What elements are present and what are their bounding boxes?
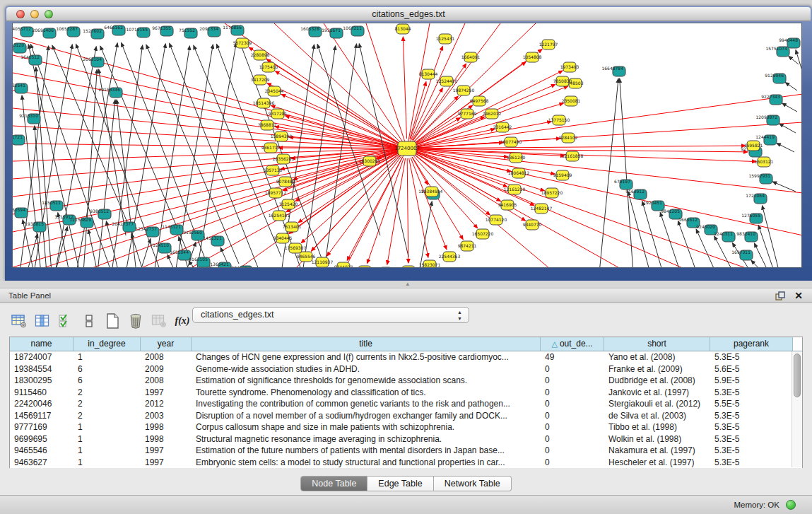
graph-node[interactable]: 1451321 (203, 235, 224, 246)
graph-node[interactable]: 1365421 (210, 262, 231, 267)
table-row[interactable]: 977716911998Corpus callosum shape and si… (10, 421, 802, 433)
table-cell[interactable]: 22420046 (10, 398, 73, 410)
table-cell[interactable]: Structural magnetic resonance image aver… (192, 433, 541, 445)
graph-node[interactable]: 15751074 (765, 46, 789, 57)
table-cell[interactable]: 0 (541, 421, 604, 433)
graph-node[interactable]: 9078487 (276, 177, 295, 187)
table-cell[interactable]: 1 (73, 433, 141, 445)
graph-node[interactable]: 8130444 (419, 69, 438, 79)
column-header-in_degree[interactable]: in_degree (73, 337, 141, 351)
table-cell[interactable]: 2008 (141, 351, 192, 363)
graph-node[interactable]: 1664091 (461, 52, 481, 62)
table-cell[interactable]: 5.3E-5 (710, 351, 793, 363)
graph-node[interactable]: 1697311 (731, 250, 753, 260)
table-cell[interactable]: 5.6E-5 (710, 363, 793, 375)
table-cell[interactable]: 1998 (141, 421, 192, 433)
graph-node[interactable]: 9317281 (269, 109, 288, 119)
table-cell[interactable]: Embryonic stem cells: a model to study s… (192, 457, 541, 469)
scrollbar-thumb[interactable] (794, 354, 801, 397)
table-cell[interactable]: 18724007 (10, 351, 73, 363)
graph-node[interactable]: 1935671 (322, 28, 343, 38)
table-cell[interactable]: 2 (73, 387, 141, 399)
citation-network-graph[interactable]: 1405571220691406106532871527602646616210… (13, 23, 801, 267)
graph-node[interactable]: 1651721 (13, 134, 25, 145)
table-cell[interactable]: 0 (541, 375, 604, 387)
table-cell[interactable]: 2 (73, 410, 141, 422)
table-cell[interactable]: 2009 (141, 363, 192, 375)
column-header-title[interactable]: title (192, 337, 541, 351)
select-rows-icon[interactable] (55, 311, 76, 331)
graph-node[interactable]: 15823071 (419, 260, 441, 267)
table-cell[interactable]: Disruption of a novel member of a sodium… (192, 410, 541, 422)
graph-node[interactable]: 16648784 (601, 66, 625, 76)
graph-node[interactable]: 22544363 (439, 252, 461, 262)
graph-node[interactable]: 2063104 (83, 57, 104, 67)
graph-node[interactable]: 12161858 (562, 151, 584, 161)
vertical-scrollbar[interactable] (792, 351, 802, 467)
table-settings-icon[interactable] (8, 311, 30, 331)
table-row[interactable]: 946554611997Estimation of the future num… (10, 445, 802, 457)
graph-node[interactable]: 1603121 (755, 157, 774, 167)
graph-node[interactable]: 2316442 (493, 122, 512, 132)
graph-node[interactable]: 12093872 (755, 115, 779, 125)
table-cell[interactable]: 2003 (141, 410, 192, 422)
graph-node[interactable]: 13775150 (548, 115, 570, 125)
graph-node[interactable]: 9159409 (553, 170, 572, 180)
table-cell[interactable]: Yano et al. (2008) (604, 351, 710, 363)
graph-node[interactable]: 16507220 (472, 229, 494, 239)
network-window-titlebar[interactable]: citations_edges.txt (6, 7, 811, 21)
graph-node[interactable]: 14636778 (354, 266, 376, 267)
table-cell[interactable]: 1998 (141, 433, 192, 445)
graph-node[interactable]: 12482147 (531, 204, 553, 214)
table-cell[interactable]: Tibbo et al. (1998) (604, 421, 710, 433)
float-panel-icon[interactable] (775, 291, 785, 301)
graph-node[interactable]: 7462012 (483, 109, 502, 119)
column-header-year[interactable]: year (141, 337, 192, 351)
table-cell[interactable]: 1 (73, 351, 141, 363)
graph-node[interactable]: 1605328 (300, 26, 322, 37)
import-table-icon[interactable] (148, 311, 170, 331)
graph-node[interactable]: 20691406 (32, 28, 56, 38)
table-cell[interactable]: 5.3E-5 (710, 421, 793, 433)
graph-node[interactable]: 1933815 (25, 221, 46, 232)
graph-node[interactable]: 1125431 (436, 34, 455, 44)
table-cell[interactable]: 9463627 (10, 457, 73, 469)
table-cell[interactable]: 5.3E-5 (710, 410, 793, 422)
table-cell[interactable]: 0 (541, 363, 604, 375)
table-cell[interactable]: Dudbridge et al. (2008) (604, 375, 710, 387)
table-cell[interactable]: Hescheler et al. (1997) (604, 457, 710, 469)
new-table-icon[interactable] (102, 311, 123, 331)
column-header-out_de[interactable]: △out_de... (541, 337, 604, 351)
table-cell[interactable]: 6 (73, 375, 141, 387)
table-cell[interactable]: 9777169 (10, 421, 73, 433)
graph-node[interactable]: 9777169 (458, 109, 477, 119)
close-panel-icon[interactable]: ✕ (794, 290, 803, 301)
table-cell[interactable]: 18300295 (10, 375, 73, 387)
graph-node[interactable]: 14055712 (13, 26, 33, 37)
graph-node[interactable]: 751552 (179, 28, 197, 38)
table-cell[interactable]: 19384554 (10, 363, 73, 375)
table-row[interactable]: 1872400712008Changes of HCN gene express… (10, 351, 802, 363)
table-cell[interactable]: Investigating the contribution of common… (192, 398, 541, 410)
column-header-name[interactable]: name (10, 337, 73, 351)
graph-node[interactable]: 1276055 (741, 213, 763, 223)
graph-node[interactable]: 7513401 (283, 222, 302, 232)
table-row[interactable]: 1456911722003Disruption of a novel membe… (10, 410, 802, 422)
graph-node[interactable]: 9129946 (765, 73, 786, 83)
graph-node[interactable]: 1054808 (523, 52, 542, 62)
table-cell[interactable]: 5.5E-5 (710, 398, 793, 410)
table-cell[interactable]: 5.3E-5 (710, 387, 793, 399)
table-cell[interactable]: Estimation of significance thresholds fo… (192, 375, 541, 387)
table-cell[interactable]: 5.3E-5 (710, 433, 793, 445)
table-row[interactable]: 969969511998Structural magnetic resonanc… (10, 433, 802, 445)
table-cell[interactable]: 9115460 (10, 387, 73, 399)
graph-node[interactable]: 813044 (395, 24, 411, 34)
graph-node[interactable]: 18064812 (508, 168, 530, 178)
graph-node[interactable]: 2345044 (265, 86, 284, 96)
table-cell[interactable]: 1997 (141, 387, 192, 399)
graph-node[interactable]: 9340770 (523, 220, 542, 230)
table-row[interactable]: 946362711997Embryonic stem cells: a mode… (10, 457, 802, 469)
table-cell[interactable]: 0 (541, 433, 604, 445)
graph-node[interactable]: 19874250 (453, 86, 475, 95)
table-cell[interactable]: 5.9E-5 (710, 375, 793, 387)
